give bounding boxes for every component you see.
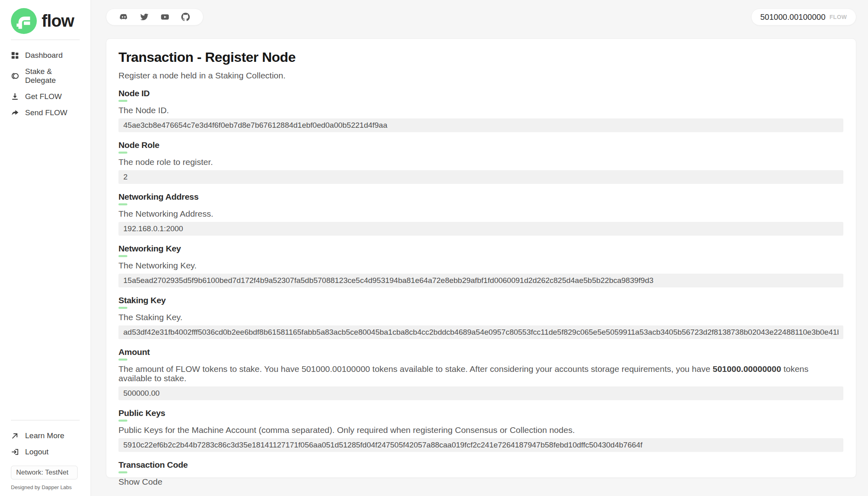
networking-key-input[interactable] — [118, 274, 843, 287]
sidebar: flow Dashboard Stake & Delegate Get FLOW — [0, 0, 91, 496]
label-underline — [118, 420, 127, 422]
field-networking-address: Networking Address The Networking Addres… — [118, 192, 843, 236]
node-id-input[interactable] — [118, 118, 843, 132]
field-description: The amount of FLOW tokens to stake. You … — [118, 364, 843, 383]
sidebar-item-label: Dashboard — [25, 51, 63, 60]
field-description: The Networking Key. — [118, 261, 843, 270]
available-tokens-bold: 501000.00000000 — [713, 364, 781, 374]
field-label: Staking Key — [118, 296, 843, 305]
label-underline — [118, 152, 127, 154]
field-staking-key: Staking Key The Staking Key. — [118, 296, 843, 339]
main-area: 501000.00100000 FLOW Transaction - Regis… — [91, 0, 868, 496]
dashboard-icon — [11, 51, 19, 59]
field-node-id: Node ID The Node ID. — [118, 89, 843, 132]
logout-icon — [11, 448, 19, 456]
field-label: Networking Address — [118, 192, 843, 201]
sidebar-item-stake-delegate[interactable]: Stake & Delegate — [0, 63, 91, 89]
field-transaction-code: Transaction Code Show Code — [118, 460, 843, 487]
show-code-toggle[interactable]: Show Code — [118, 477, 163, 487]
download-icon — [11, 93, 19, 101]
field-label: Node Role — [118, 141, 843, 150]
field-amount: Amount The amount of FLOW tokens to stak… — [118, 348, 843, 400]
sidebar-item-learn-more[interactable]: Learn More — [0, 428, 91, 444]
field-node-role: Node Role The node role to register. — [118, 141, 843, 184]
public-keys-input[interactable] — [118, 438, 843, 452]
label-underline — [118, 100, 127, 102]
amount-input[interactable] — [118, 386, 843, 400]
field-label: Transaction Code — [118, 460, 843, 469]
sidebar-item-label: Get FLOW — [25, 92, 62, 101]
page-title: Transaction - Register Node — [118, 49, 843, 65]
field-networking-key: Networking Key The Networking Key. — [118, 244, 843, 287]
page-subtitle: Register a node held in a Staking Collec… — [118, 71, 843, 80]
field-description: The Staking Key. — [118, 312, 843, 322]
label-underline — [118, 255, 127, 257]
flow-logo[interactable]: flow — [0, 8, 91, 34]
networking-address-input[interactable] — [118, 222, 843, 236]
field-description: The node role to register. — [118, 157, 843, 167]
balance-amount: 501000.00100000 — [760, 13, 826, 22]
sidebar-item-logout[interactable]: Logout — [0, 444, 91, 460]
sidebar-item-label: Learn More — [25, 431, 64, 440]
field-description: The Networking Address. — [118, 209, 843, 218]
label-underline — [118, 307, 127, 309]
balance-currency: FLOW — [830, 14, 847, 20]
credit-text: Designed by Dapper Labs — [11, 484, 80, 490]
github-icon[interactable] — [181, 13, 190, 21]
flow-wordmark: flow — [42, 11, 74, 31]
sidebar-nav: Dashboard Stake & Delegate Get FLOW Send… — [0, 47, 91, 121]
node-role-input[interactable] — [118, 170, 843, 184]
field-label: Public Keys — [118, 409, 843, 418]
sidebar-item-label: Logout — [25, 447, 49, 456]
sidebar-item-label: Stake & Delegate — [25, 67, 80, 85]
sidebar-item-dashboard[interactable]: Dashboard — [0, 47, 91, 63]
sidebar-item-label: Send FLOW — [25, 108, 68, 117]
sidebar-footer: Learn More Logout Network: TestNet Desig… — [0, 414, 91, 490]
field-description: The Node ID. — [118, 106, 843, 115]
label-underline — [118, 471, 127, 473]
sidebar-divider-bottom — [11, 420, 80, 420]
twitter-icon[interactable] — [140, 13, 149, 21]
flow-logo-icon — [11, 8, 37, 34]
field-public-keys: Public Keys Public Keys for the Machine … — [118, 409, 843, 452]
staking-key-input[interactable] — [118, 325, 843, 339]
topbar: 501000.00100000 FLOW — [106, 8, 856, 25]
social-links-pill — [106, 8, 203, 25]
field-label: Node ID — [118, 89, 843, 98]
transaction-card: Transaction - Register Node Register a n… — [106, 38, 856, 478]
external-link-icon — [11, 432, 19, 440]
network-badge: Network: TestNet — [11, 466, 78, 479]
field-description: Public Keys for the Machine Account (com… — [118, 425, 843, 435]
send-icon — [11, 109, 19, 117]
youtube-icon[interactable] — [161, 13, 169, 21]
field-label: Networking Key — [118, 244, 843, 253]
field-label: Amount — [118, 348, 843, 357]
sidebar-item-get-flow[interactable]: Get FLOW — [0, 89, 91, 105]
label-underline — [118, 359, 127, 361]
account-balance-pill[interactable]: 501000.00100000 FLOW — [751, 8, 857, 25]
stake-delegate-icon — [11, 72, 19, 80]
discord-icon[interactable] — [119, 13, 128, 21]
sidebar-divider-top — [11, 40, 80, 40]
label-underline — [118, 203, 127, 205]
sidebar-item-send-flow[interactable]: Send FLOW — [0, 105, 91, 121]
